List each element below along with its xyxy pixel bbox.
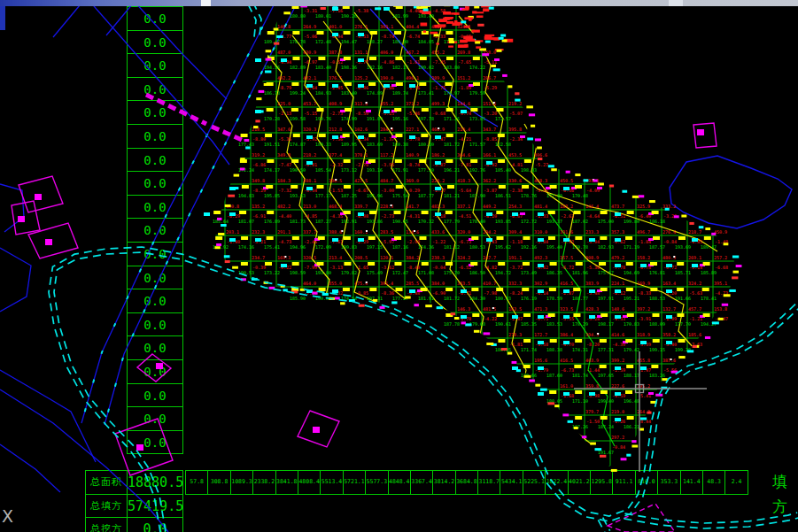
svg-text:-3.20: -3.20 xyxy=(484,111,497,116)
svg-text:173.22: 173.22 xyxy=(264,270,280,275)
svg-text:193.37: 193.37 xyxy=(546,219,562,224)
svg-text:183.40: 183.40 xyxy=(315,65,331,70)
svg-text:455.8: 455.8 xyxy=(637,358,650,363)
svg-text:-6.67: -6.67 xyxy=(509,213,523,219)
svg-text:492.3: 492.3 xyxy=(534,255,547,260)
svg-text:386.4: 386.4 xyxy=(560,332,573,337)
fill-volume-cell: 3684.8 xyxy=(455,470,478,495)
svg-text:176.97: 176.97 xyxy=(444,90,460,96)
svg-text:484.7: 484.7 xyxy=(380,178,393,183)
svg-text:227.1: 227.1 xyxy=(406,127,419,132)
svg-text:190.26: 190.26 xyxy=(341,13,357,19)
total-cut-label: 总挖方 xyxy=(85,517,128,532)
svg-text:-1.22: -1.22 xyxy=(432,239,445,244)
svg-text:179.42: 179.42 xyxy=(624,347,639,352)
svg-text:-3.21: -3.21 xyxy=(252,239,266,244)
svg-text:455.2: 455.2 xyxy=(431,50,445,55)
svg-text:-3.64: -3.64 xyxy=(304,85,317,90)
svg-text:-1.37: -1.37 xyxy=(381,136,394,142)
svg-text:-6.86: -6.86 xyxy=(381,85,394,90)
fill-volume-cell: 5434.1 xyxy=(500,470,523,495)
cut-volume-cell: 0.0 xyxy=(127,77,183,102)
svg-text:-4.58: -4.58 xyxy=(432,8,445,13)
svg-text:362.2: 362.2 xyxy=(483,178,496,183)
svg-text:-3.87: -3.87 xyxy=(484,188,497,193)
svg-text:-5.02: -5.02 xyxy=(561,239,574,244)
svg-text:-8.85: -8.85 xyxy=(484,136,497,142)
svg-text:196.48: 196.48 xyxy=(624,398,639,404)
svg-text:-1.84: -1.84 xyxy=(638,239,651,244)
title-bar-notch xyxy=(201,0,211,6)
svg-text:234.7: 234.7 xyxy=(252,255,265,260)
svg-text:-5.06: -5.06 xyxy=(304,34,317,39)
svg-text:177.27: 177.27 xyxy=(392,296,408,301)
svg-text:349.8: 349.8 xyxy=(252,178,265,183)
svg-text:-2.32: -2.32 xyxy=(329,162,343,167)
svg-text:102.6: 102.6 xyxy=(354,127,368,132)
svg-text:-1.33: -1.33 xyxy=(535,213,548,219)
cut-volume-cell: 0.0 xyxy=(127,53,183,78)
svg-text:181.99: 181.99 xyxy=(392,13,408,19)
svg-text:182.89: 182.89 xyxy=(290,65,306,70)
cad-canvas[interactable]: { "left_column": { "values": ["0.0","0.0… xyxy=(0,0,798,532)
svg-text:378.1: 378.1 xyxy=(354,152,368,158)
svg-text:187.90: 187.90 xyxy=(469,193,485,198)
svg-text:-5.58: -5.58 xyxy=(535,342,548,347)
svg-text:194.27: 194.27 xyxy=(701,321,717,327)
svg-text:199.40: 199.40 xyxy=(598,398,614,404)
svg-text:189.95: 189.95 xyxy=(341,142,357,147)
grid-node-annotations: 490.8-6.29185.64203.1-1.40192.92218.5-8.… xyxy=(204,0,728,455)
svg-text:-6.40: -6.40 xyxy=(638,213,651,219)
svg-text:403.9: 403.9 xyxy=(585,358,599,363)
svg-text:151.6: 151.6 xyxy=(483,101,496,106)
crosshair-cursor[interactable] xyxy=(574,351,707,472)
svg-text:358.2: 358.2 xyxy=(662,332,676,337)
svg-text:172.57: 172.57 xyxy=(495,116,511,121)
cut-volume-cell: 0.0 xyxy=(127,430,183,455)
svg-text:177.43: 177.43 xyxy=(238,142,254,147)
svg-text:333.5: 333.5 xyxy=(457,281,470,286)
svg-text:186.50: 186.50 xyxy=(469,270,485,275)
svg-text:-1.47: -1.47 xyxy=(638,367,651,373)
svg-text:395.8: 395.8 xyxy=(508,127,522,132)
svg-text:172.47: 172.47 xyxy=(392,270,408,275)
svg-text:-2.87: -2.87 xyxy=(561,290,574,296)
svg-text:-3.62: -3.62 xyxy=(381,265,394,270)
svg-text:-2.27: -2.27 xyxy=(432,188,445,193)
svg-text:-4.30: -4.30 xyxy=(612,342,625,347)
fill-volume-cell: 48.3 xyxy=(702,470,725,495)
svg-text:193.80: 193.80 xyxy=(315,270,331,275)
svg-text:-3.31: -3.31 xyxy=(304,8,317,13)
svg-text:163.5: 163.5 xyxy=(508,306,522,312)
svg-text:-8.80: -8.80 xyxy=(252,136,266,142)
svg-text:238.3: 238.3 xyxy=(431,255,445,260)
svg-text:-1.89: -1.89 xyxy=(458,85,471,90)
svg-text:134.6: 134.6 xyxy=(406,229,419,235)
svg-text:185.89: 185.89 xyxy=(701,270,717,275)
svg-text:197.91: 197.91 xyxy=(598,296,614,301)
cut-volume-cell: 0.0 xyxy=(127,406,183,431)
total-area-value: 18880.5 xyxy=(127,470,183,495)
svg-text:-0.84: -0.84 xyxy=(612,444,625,450)
svg-text:257.2: 257.2 xyxy=(714,255,727,260)
svg-text:174.89: 174.89 xyxy=(367,90,383,96)
svg-text:306.6: 306.6 xyxy=(534,152,547,158)
svg-text:185.6: 185.6 xyxy=(688,332,701,337)
svg-text:190.50: 190.50 xyxy=(290,167,306,173)
svg-text:160.1: 160.1 xyxy=(354,229,368,235)
earthwork-map-drawing: 490.8-6.29185.64203.1-1.40192.92218.5-8.… xyxy=(0,0,798,532)
svg-text:-7.78: -7.78 xyxy=(612,265,625,270)
svg-text:-7.72: -7.72 xyxy=(304,290,317,296)
svg-text:-2.73: -2.73 xyxy=(381,213,394,219)
fill-volume-cell: 141.4 xyxy=(680,470,703,495)
svg-text:-2.45: -2.45 xyxy=(329,85,343,90)
svg-text:291.1: 291.1 xyxy=(277,229,291,235)
svg-text:181.74: 181.74 xyxy=(572,373,588,378)
cut-volume-cell: 0.0 xyxy=(127,124,183,149)
svg-text:189.47: 189.47 xyxy=(701,244,717,250)
svg-text:171.08: 171.08 xyxy=(418,270,434,275)
svg-text:-3.91: -3.91 xyxy=(638,316,651,321)
svg-text:-4.46: -4.46 xyxy=(407,8,420,13)
svg-text:449.2: 449.2 xyxy=(483,204,496,209)
svg-text:399.2: 399.2 xyxy=(611,358,624,363)
